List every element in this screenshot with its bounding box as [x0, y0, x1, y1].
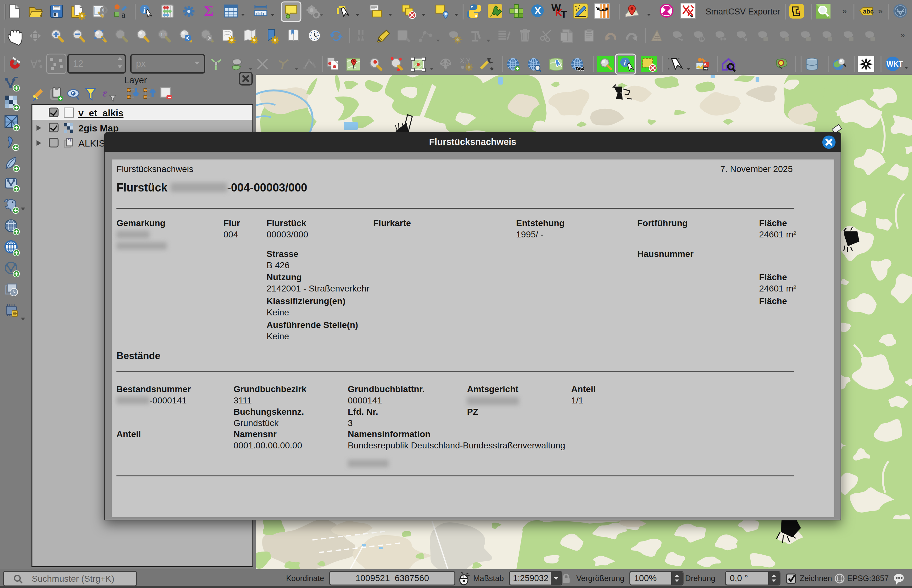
svg-text:1:1: 1:1 [160, 32, 166, 37]
svg-text:X: X [535, 5, 541, 16]
svg-text:X,Y: X,Y [460, 57, 470, 64]
svg-text:a: a [121, 10, 126, 19]
svg-text:»: » [901, 31, 905, 39]
svg-text:SmartCSV Exporter: SmartCSV Exporter [706, 7, 780, 16]
svg-text:12: 12 [73, 58, 83, 69]
svg-text:ε: ε [103, 87, 107, 99]
svg-text:A: A [704, 62, 707, 67]
svg-text:»: » [842, 6, 847, 16]
svg-text:Σ: Σ [204, 2, 214, 19]
svg-text:abc: abc [863, 8, 874, 15]
svg-text:px: px [136, 58, 146, 69]
svg-text:i: i [143, 6, 146, 15]
svg-text:WKT: WKT [886, 60, 903, 68]
svg-text:T: T [561, 8, 567, 20]
svg-text:»: » [878, 6, 883, 16]
svg-text:i: i [624, 59, 626, 67]
